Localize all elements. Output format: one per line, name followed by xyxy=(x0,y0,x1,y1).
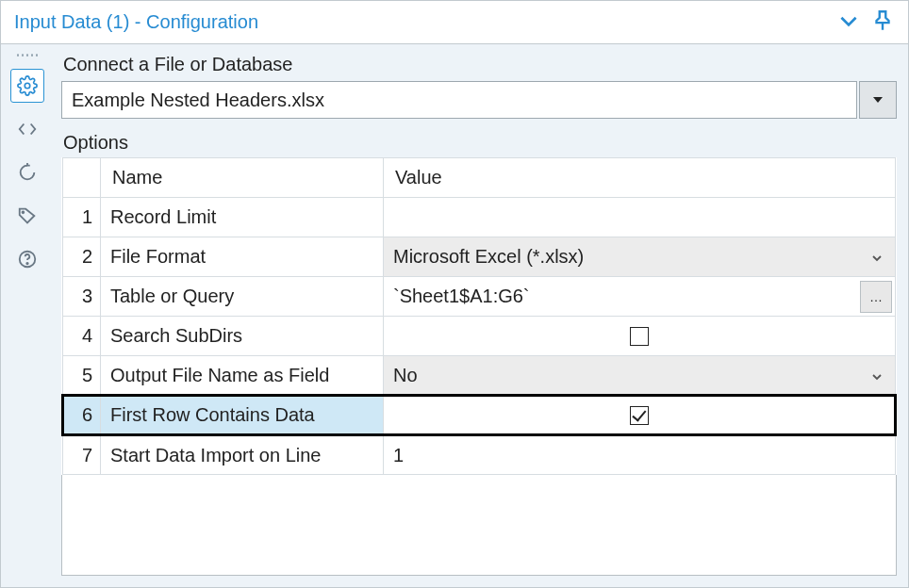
table-row[interactable]: 2File FormatMicrosoft Excel (*.xlsx) xyxy=(63,237,896,277)
row-index: 7 xyxy=(63,435,101,475)
row-value[interactable] xyxy=(384,198,896,237)
table-row[interactable]: 7Start Data Import on Line1 xyxy=(63,435,896,475)
help-icon[interactable] xyxy=(10,242,44,276)
row-value[interactable]: No xyxy=(384,356,896,396)
chevron-down-icon[interactable] xyxy=(870,365,884,386)
connect-label: Connect a File or Database xyxy=(63,54,897,75)
row-name: Output File Name as Field xyxy=(101,356,384,396)
main-area: Connect a File or Database Example Neste… xyxy=(54,44,908,587)
row-index: 5 xyxy=(63,356,101,396)
svg-point-4 xyxy=(26,263,27,264)
tag-icon[interactable] xyxy=(10,199,44,233)
row-index: 3 xyxy=(63,277,101,317)
collapse-icon[interactable] xyxy=(836,8,861,37)
row-value[interactable] xyxy=(384,396,896,435)
drag-handle-icon[interactable] xyxy=(17,50,38,59)
row-index: 1 xyxy=(63,198,101,237)
options-table: Name Value 1Record Limit2File FormatMicr… xyxy=(61,157,897,475)
file-path-input[interactable]: Example Nested Headers.xlsx xyxy=(61,81,857,119)
row-index: 6 xyxy=(63,396,101,435)
code-icon[interactable] xyxy=(10,112,44,146)
row-value[interactable]: `Sheet1$A1:G6`… xyxy=(384,277,896,317)
panel-title: Input Data (1) - Configuration xyxy=(14,11,258,33)
svg-point-1 xyxy=(25,83,30,89)
row-index: 4 xyxy=(63,317,101,356)
row-value[interactable]: Microsoft Excel (*.xlsx) xyxy=(384,237,896,277)
checkbox[interactable] xyxy=(630,406,649,425)
table-row[interactable]: 3Table or Query`Sheet1$A1:G6`… xyxy=(63,277,896,317)
row-name: Search SubDirs xyxy=(101,317,384,356)
config-panel: Input Data (1) - Configuration xyxy=(0,0,909,588)
table-row[interactable]: 5Output File Name as FieldNo xyxy=(63,356,896,396)
title-bar: Input Data (1) - Configuration xyxy=(1,1,908,44)
row-name: Start Data Import on Line xyxy=(101,435,384,475)
pin-icon[interactable] xyxy=(870,8,895,37)
checkbox[interactable] xyxy=(630,327,649,346)
col-header-name: Name xyxy=(101,158,384,198)
row-name: File Format xyxy=(101,237,384,277)
file-dropdown-button[interactable] xyxy=(859,81,897,119)
row-value[interactable]: 1 xyxy=(384,435,896,475)
row-name: Table or Query xyxy=(101,277,384,317)
table-row[interactable]: 6First Row Contains Data xyxy=(63,396,896,435)
col-header-value: Value xyxy=(384,158,896,198)
browse-button[interactable]: … xyxy=(860,281,892,313)
svg-marker-5 xyxy=(873,97,883,103)
gear-icon[interactable] xyxy=(10,69,44,103)
row-index: 2 xyxy=(63,237,101,277)
table-row[interactable]: 4Search SubDirs xyxy=(63,317,896,356)
row-value[interactable] xyxy=(384,317,896,356)
side-toolbar xyxy=(1,44,54,587)
col-header-idx xyxy=(63,158,101,198)
table-row[interactable]: 1Record Limit xyxy=(63,198,896,237)
svg-point-2 xyxy=(23,211,25,213)
refresh-icon[interactable] xyxy=(10,155,44,189)
row-name: First Row Contains Data xyxy=(101,396,384,435)
row-name: Record Limit xyxy=(101,198,384,237)
file-path-text: Example Nested Headers.xlsx xyxy=(72,90,324,111)
options-label: Options xyxy=(63,132,895,154)
chevron-down-icon[interactable] xyxy=(870,246,884,268)
